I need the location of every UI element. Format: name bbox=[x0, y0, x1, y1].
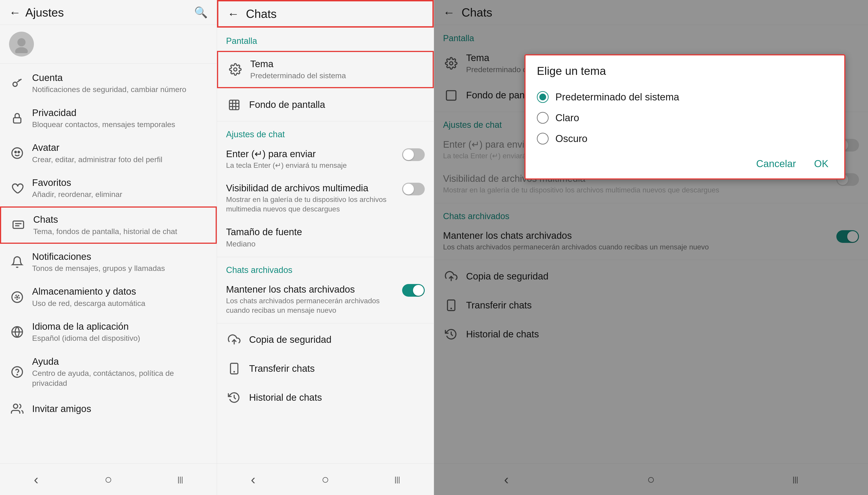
settings-list: Cuenta Notificaciones de seguridad, camb… bbox=[0, 64, 217, 463]
chats-subtitle: Tema, fondos de pantalla, historial de c… bbox=[33, 226, 207, 236]
mantener-toggle[interactable] bbox=[402, 284, 425, 297]
dialog-title: Elige un tema bbox=[537, 65, 833, 78]
svg-point-6 bbox=[18, 151, 20, 153]
enter-toggle[interactable] bbox=[402, 148, 425, 161]
radio-oscuro[interactable]: Oscuro bbox=[537, 128, 833, 149]
font-size-item[interactable]: Tamaño de fuente Mediano bbox=[217, 220, 434, 255]
right-panel: ← Chats Pantalla Tema Predeterminado del… bbox=[434, 0, 868, 495]
radio-predeterminado[interactable]: Predeterminado del sistema bbox=[537, 87, 833, 107]
privacidad-subtitle: Bloquear contactos, mensajes temporales bbox=[32, 119, 208, 129]
face-icon bbox=[9, 145, 25, 161]
enter-subtitle: La tecla Enter (↵) enviará tu mensaje bbox=[226, 161, 397, 170]
sidebar-item-notificaciones[interactable]: Notificaciones Tonos de mensajes, grupos… bbox=[0, 245, 217, 280]
sidebar-item-invitar[interactable]: Invitar amigos bbox=[0, 394, 217, 423]
avatar[interactable] bbox=[9, 32, 34, 56]
theme-dialog: Elige un tema Predeterminado del sistema… bbox=[525, 54, 845, 180]
sidebar-item-chats[interactable]: Chats Tema, fondos de pantalla, historia… bbox=[0, 206, 217, 244]
sidebar-item-privacidad[interactable]: Privacidad Bloquear contactos, mensajes … bbox=[0, 101, 217, 136]
svg-point-11 bbox=[17, 296, 18, 297]
section-pantalla: Pantalla bbox=[217, 30, 434, 49]
back-icon-middle[interactable]: ← bbox=[227, 7, 239, 21]
ok-button[interactable]: OK bbox=[810, 156, 833, 172]
transferir-item[interactable]: Transferir chats bbox=[217, 354, 434, 383]
chats-page-title: Chats bbox=[246, 7, 277, 21]
font-subtitle: Mediano bbox=[226, 239, 425, 249]
globe-icon bbox=[9, 324, 25, 340]
privacidad-title: Privacidad bbox=[32, 107, 208, 119]
radio-predeterminado-label: Predeterminado del sistema bbox=[555, 91, 679, 103]
nav-back-left[interactable]: ‹ bbox=[25, 471, 48, 487]
people-icon bbox=[9, 401, 25, 417]
middle-panel: ← Chats Pantalla Tema Predeterminado del… bbox=[217, 0, 434, 495]
search-icon[interactable]: 🔍 bbox=[194, 6, 208, 19]
left-header: ← Ajustes 🔍 bbox=[0, 0, 217, 25]
multimedia-item[interactable]: Visibilidad de archivos multimedia Mostr… bbox=[217, 176, 434, 220]
lock-icon bbox=[9, 110, 25, 126]
nav-menu-left[interactable]: ⫼ bbox=[169, 474, 192, 485]
nav-back-middle[interactable]: ‹ bbox=[242, 471, 264, 487]
sidebar-item-ayuda[interactable]: Ayuda Centro de ayuda, contáctanos, polí… bbox=[0, 349, 217, 395]
heart-icon bbox=[9, 180, 25, 196]
dialog-actions: Cancelar OK bbox=[537, 156, 833, 172]
multimedia-subtitle: Mostrar en la galería de tu dispositivo … bbox=[226, 195, 397, 214]
back-icon[interactable]: ← bbox=[9, 6, 21, 19]
radio-claro-label: Claro bbox=[555, 112, 579, 123]
svg-point-0 bbox=[17, 38, 25, 46]
avatar-subtitle: Crear, editar, administrar foto del perf… bbox=[32, 154, 208, 165]
bell-icon bbox=[9, 254, 25, 270]
copia-title: Copia de seguridad bbox=[249, 334, 425, 345]
invitar-title: Invitar amigos bbox=[32, 403, 208, 414]
cuenta-title: Cuenta bbox=[32, 72, 208, 83]
mantener-archivados-item[interactable]: Mantener los chats archivados Los chats … bbox=[217, 278, 434, 321]
notif-title: Notificaciones bbox=[32, 251, 208, 262]
divider-3 bbox=[217, 323, 434, 323]
phone-icon bbox=[226, 360, 242, 377]
mantener-title: Mantener los chats archivados bbox=[226, 284, 397, 295]
middle-content: Pantalla Tema Predeterminado del sistema bbox=[217, 28, 434, 463]
chats-title: Chats bbox=[33, 214, 207, 225]
svg-rect-3 bbox=[14, 118, 21, 123]
nav-home-middle[interactable]: ○ bbox=[314, 472, 337, 487]
storage-title: Almacenamiento y datos bbox=[32, 286, 208, 297]
cancel-button[interactable]: Cancelar bbox=[751, 156, 800, 172]
help-icon bbox=[9, 364, 25, 380]
fondo-title: Fondo de pantalla bbox=[249, 99, 425, 110]
sidebar-item-cuenta[interactable]: Cuenta Notificaciones de seguridad, camb… bbox=[0, 66, 217, 101]
nav-menu-middle[interactable]: ⫼ bbox=[386, 474, 409, 485]
cloud-icon bbox=[226, 331, 242, 348]
middle-header: ← Chats bbox=[218, 1, 432, 26]
radio-claro-circle bbox=[537, 112, 549, 124]
sidebar-item-favoritos[interactable]: Favoritos Añadir, reordenar, eliminar bbox=[0, 171, 217, 206]
copia-item[interactable]: Copia de seguridad bbox=[217, 325, 434, 354]
avatar-title: Avatar bbox=[32, 142, 208, 153]
svg-point-5 bbox=[15, 151, 17, 153]
notif-subtitle: Tonos de mensajes, grupos y llamadas bbox=[32, 263, 208, 273]
cuenta-subtitle: Notificaciones de seguridad, cambiar núm… bbox=[32, 84, 208, 94]
svg-rect-7 bbox=[13, 221, 24, 228]
svg-point-4 bbox=[12, 148, 23, 158]
storage-subtitle: Uso de red, descarga automática bbox=[32, 298, 208, 308]
chat-icon bbox=[10, 217, 26, 233]
fondo-item[interactable]: Fondo de pantalla bbox=[217, 90, 434, 119]
section-archivados: Chats archivados bbox=[217, 259, 434, 278]
sidebar-item-almacenamiento[interactable]: Almacenamiento y datos Uso de red, desca… bbox=[0, 279, 217, 314]
section-ajustes-chat: Ajustes de chat bbox=[217, 123, 434, 142]
svg-rect-18 bbox=[229, 100, 239, 110]
mantener-subtitle: Los chats archivados permanecerán archiv… bbox=[226, 296, 397, 315]
ayuda-title: Ayuda bbox=[32, 356, 208, 367]
multimedia-toggle[interactable] bbox=[402, 183, 425, 195]
key-icon bbox=[9, 75, 25, 91]
sidebar-item-avatar[interactable]: Avatar Crear, editar, administrar foto d… bbox=[0, 136, 217, 171]
multimedia-title: Visibilidad de archivos multimedia bbox=[226, 183, 397, 193]
svg-point-1 bbox=[15, 47, 28, 53]
transferir-title: Transferir chats bbox=[249, 363, 425, 374]
nav-home-left[interactable]: ○ bbox=[97, 472, 120, 487]
sidebar-item-idioma[interactable]: Idioma de la aplicación Español (idioma … bbox=[0, 314, 217, 349]
enter-title: Enter (↵) para enviar bbox=[226, 148, 397, 159]
favoritos-title: Favoritos bbox=[32, 177, 208, 188]
enter-enviar-item[interactable]: Enter (↵) para enviar La tecla Enter (↵)… bbox=[217, 142, 434, 176]
radio-claro[interactable]: Claro bbox=[537, 107, 833, 128]
historial-item[interactable]: Historial de chats bbox=[217, 383, 434, 412]
tema-item[interactable]: Tema Predeterminado del sistema bbox=[217, 51, 434, 88]
historial-title: Historial de chats bbox=[249, 392, 425, 403]
